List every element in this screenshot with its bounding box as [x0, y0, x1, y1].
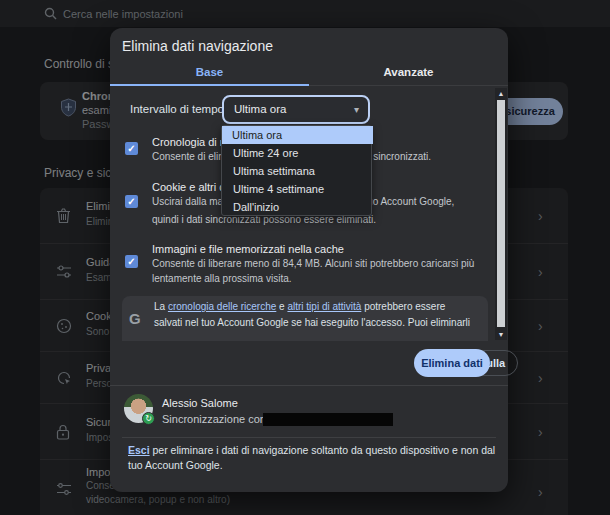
clear-data-button[interactable]: Elimina dati — [414, 349, 490, 377]
scrollbar-thumb[interactable] — [497, 100, 505, 327]
chevron-down-icon: ▾ — [354, 97, 359, 122]
other-activity-link[interactable]: altri tipi di attività — [287, 301, 361, 312]
sync-status: Sincronizzazione con — [162, 413, 266, 425]
scroll-down-icon[interactable]: ▼ — [496, 331, 506, 338]
google-account-notice: G La cronologia delle ricerche e altri t… — [122, 296, 488, 341]
notice-line2: salvati nel tuo Account Google se hai es… — [154, 317, 470, 328]
signout-link[interactable]: Esci — [128, 444, 150, 456]
option-all-time[interactable]: Dall'inizio — [223, 198, 372, 216]
checkbox-cookies[interactable]: ✓ — [125, 195, 138, 208]
divider — [110, 385, 508, 386]
dialog-tabs: Base Avanzate — [110, 60, 508, 86]
option-last-week[interactable]: Ultima settimana — [223, 162, 372, 180]
signout-note: Esci per eliminare i dati di navigazione… — [128, 443, 500, 473]
option-last-24h[interactable]: Ultime 24 ore — [223, 144, 372, 162]
scroll-up-icon[interactable]: ▲ — [496, 90, 506, 97]
option-last-4-weeks[interactable]: Ultime 4 settimane — [223, 180, 372, 198]
time-range-select[interactable]: Ultima ora ▾ — [222, 95, 370, 124]
google-logo-icon: G — [129, 310, 141, 327]
checkbox-cached-images-desc2: lentamente alla prossima visita. — [152, 273, 292, 284]
time-range-label: Intervallo di tempo — [130, 103, 224, 115]
checkbox-browsing-history[interactable]: ✓ — [125, 142, 138, 155]
checkbox-cached-images-label: Immagini e file memorizzati nella cache — [152, 243, 344, 255]
time-range-selected-value: Ultima ora — [234, 103, 286, 115]
settings-page: Cerca nelle impostazioni Controllo di si… — [0, 0, 610, 515]
dialog-title: Elimina dati navigazione — [122, 38, 273, 54]
option-last-hour[interactable]: Ultima ora — [222, 126, 373, 144]
profile-name: Alessio Salome — [162, 397, 238, 409]
notice-line1: La cronologia delle ricerche e altri tip… — [154, 301, 445, 312]
tab-base[interactable]: Base — [110, 60, 309, 86]
redacted-email — [263, 413, 393, 426]
tab-advanced[interactable]: Avanzate — [309, 60, 508, 86]
dialog-content: Intervallo di tempo Ultima ora ▾ ✓ Crono… — [110, 87, 508, 341]
checkbox-cached-images[interactable]: ✓ — [125, 255, 138, 268]
checkbox-cached-images-desc1: Consente di liberare meno di 84,4 MB. Al… — [152, 258, 474, 269]
sync-badge-icon: ↻ — [142, 412, 155, 425]
time-range-dropdown-menu: Ultima ora Ultime 24 ore Ultima settiman… — [221, 125, 372, 216]
search-history-link[interactable]: cronologia delle ricerche — [168, 301, 276, 312]
clear-browsing-data-dialog: Elimina dati navigazione Base Avanzate I… — [110, 28, 508, 492]
divider — [122, 437, 496, 438]
